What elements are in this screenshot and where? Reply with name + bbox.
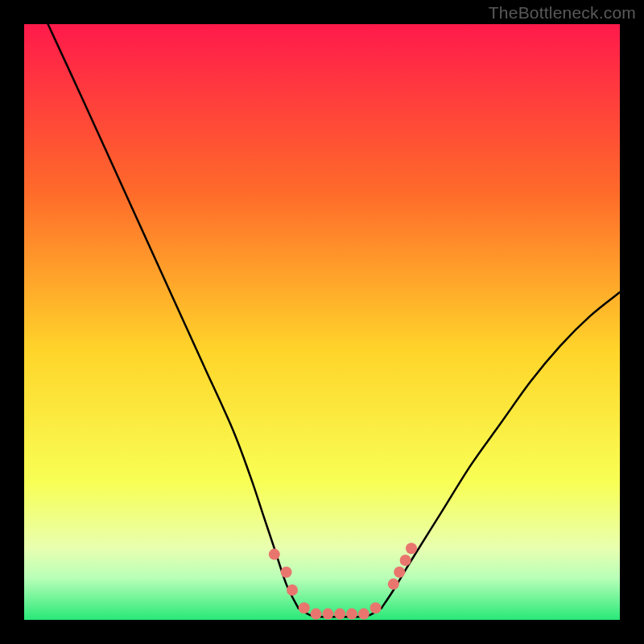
chart-frame: TheBottleneck.com — [0, 0, 644, 644]
data-point — [346, 609, 357, 620]
data-point — [281, 567, 292, 578]
data-point — [269, 549, 280, 560]
data-point — [406, 543, 417, 554]
data-point — [370, 602, 382, 613]
data-point — [388, 579, 399, 590]
bottleneck-chart — [24, 24, 620, 620]
data-point — [358, 609, 369, 620]
attribution-text: TheBottleneck.com — [489, 3, 636, 23]
data-point — [287, 584, 298, 596]
data-point — [311, 609, 322, 620]
data-point — [322, 609, 333, 620]
data-point — [334, 609, 345, 620]
data-point — [400, 555, 411, 566]
data-point — [299, 602, 310, 613]
data-point — [394, 567, 405, 578]
gradient-background — [24, 24, 620, 620]
